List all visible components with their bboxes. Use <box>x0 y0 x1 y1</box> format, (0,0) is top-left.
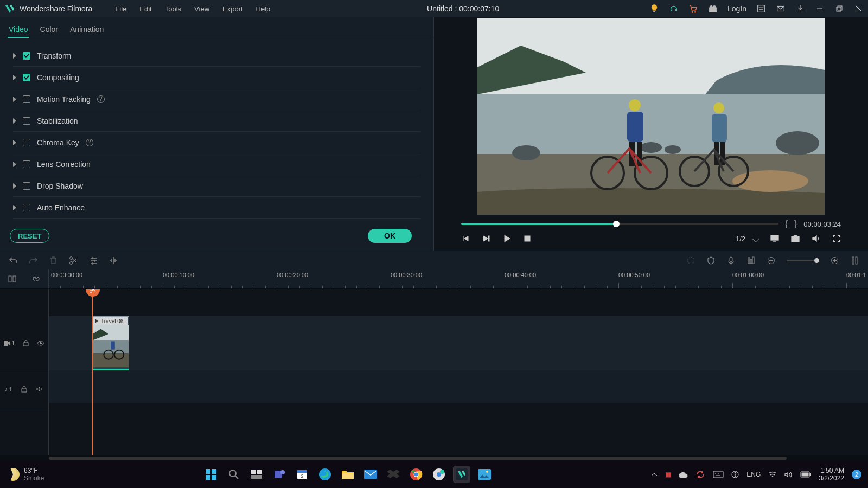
play-stop-toggle-icon[interactable] <box>482 234 490 243</box>
step-back-icon[interactable] <box>461 234 470 243</box>
download-icon[interactable] <box>795 4 805 14</box>
login-button[interactable]: LogIn <box>727 4 746 13</box>
chrome-alt-icon[interactable] <box>431 466 447 483</box>
onedrive-icon[interactable] <box>678 471 688 478</box>
tracks-area[interactable]: Travel 06 <box>49 289 868 455</box>
checkbox-chroma-key[interactable] <box>23 139 30 146</box>
delete-icon[interactable] <box>49 256 58 265</box>
mute-icon[interactable] <box>36 386 43 392</box>
save-icon[interactable] <box>756 4 766 14</box>
weather-widget[interactable]: 63°F Smoke <box>7 467 44 482</box>
prop-compositing[interactable]: Compositing <box>13 67 420 88</box>
split-icon[interactable] <box>69 256 78 265</box>
prop-transform[interactable]: Transform <box>13 45 420 67</box>
checkbox-motion-tracking[interactable] <box>23 95 30 103</box>
video-track-header[interactable]: 1 <box>0 316 48 370</box>
adjust-icon[interactable] <box>89 256 98 265</box>
help-icon[interactable]: ? <box>86 139 93 146</box>
checkbox-compositing[interactable] <box>23 74 30 81</box>
snapshot-icon[interactable] <box>791 234 800 243</box>
play-icon[interactable] <box>502 234 511 243</box>
photos-icon[interactable] <box>476 466 493 483</box>
undo-icon[interactable] <box>9 256 18 265</box>
keyboard-icon[interactable] <box>713 471 724 478</box>
language-indicator[interactable]: ENG <box>746 471 761 478</box>
timeline-scrollbar[interactable] <box>0 455 868 461</box>
mail-app-icon[interactable] <box>362 466 379 483</box>
notification-badge[interactable]: 2 <box>852 470 861 479</box>
dropbox-icon[interactable] <box>385 466 401 483</box>
chevron-down-icon[interactable] <box>752 235 760 242</box>
maximize-button[interactable] <box>834 4 844 14</box>
tips-icon[interactable] <box>649 4 659 14</box>
menu-help[interactable]: Help <box>250 5 277 13</box>
timeline-options-icon[interactable] <box>8 274 17 284</box>
reset-button[interactable]: RESET <box>10 229 49 243</box>
battery-icon[interactable] <box>800 471 811 478</box>
start-button[interactable] <box>203 466 219 483</box>
menu-tools[interactable]: Tools <box>158 5 188 13</box>
audio-track-header[interactable]: ♪1 <box>0 370 48 408</box>
prop-auto-enhance[interactable]: Auto Enhance <box>13 197 420 219</box>
checkbox-lens-correction[interactable] <box>23 160 30 168</box>
prop-stabilization[interactable]: Stabilization <box>13 110 420 132</box>
cart-icon[interactable] <box>688 4 698 14</box>
help-icon[interactable]: ? <box>97 95 105 103</box>
zoom-slider[interactable] <box>787 260 819 261</box>
teams-icon[interactable] <box>271 466 288 483</box>
prop-drop-shadow[interactable]: Drop Shadow <box>13 175 420 197</box>
tray-app-icon[interactable]: ▮▮ <box>665 471 671 478</box>
zoom-fit-icon[interactable] <box>850 256 859 265</box>
cut-marker-icon[interactable] <box>86 289 100 297</box>
volume-tray-icon[interactable] <box>784 471 793 478</box>
stop-icon[interactable] <box>523 234 532 243</box>
time-ruler[interactable]: 00:00:00:00 00:00:10:00 00:00:20:00 00:0… <box>49 269 868 288</box>
file-explorer-icon[interactable] <box>340 466 356 483</box>
tab-color[interactable]: Color <box>39 22 59 38</box>
zoom-ratio[interactable]: 1/2 <box>736 235 745 243</box>
menu-view[interactable]: View <box>188 5 216 13</box>
menu-edit[interactable]: Edit <box>133 5 158 13</box>
prop-lens-correction[interactable]: Lens Correction <box>13 153 420 175</box>
redo-icon[interactable] <box>29 256 38 265</box>
accessibility-icon[interactable] <box>731 471 739 478</box>
chevron-up-icon[interactable] <box>651 472 658 477</box>
preview-viewport[interactable] <box>477 18 825 215</box>
tab-video[interactable]: Video <box>8 22 29 38</box>
prop-motion-tracking[interactable]: Motion Tracking? <box>13 88 420 110</box>
voiceover-icon[interactable] <box>726 256 736 265</box>
sync-icon[interactable] <box>695 470 705 479</box>
search-icon[interactable] <box>226 466 242 483</box>
lock-icon[interactable] <box>23 340 29 346</box>
calendar-icon[interactable]: 2 <box>294 466 310 483</box>
video-clip[interactable]: Travel 06 <box>92 316 129 370</box>
render-icon[interactable] <box>686 256 695 265</box>
mark-in-icon[interactable]: { <box>785 219 788 229</box>
prop-chroma-key[interactable]: Chroma Key? <box>13 132 420 153</box>
checkbox-auto-enhance[interactable] <box>23 204 30 211</box>
volume-icon[interactable] <box>812 234 820 243</box>
support-icon[interactable] <box>669 4 679 14</box>
marker-icon[interactable] <box>706 256 716 265</box>
task-view-icon[interactable] <box>248 466 265 483</box>
menu-export[interactable]: Export <box>216 5 250 13</box>
tab-animation[interactable]: Animation <box>69 22 105 38</box>
lock-icon[interactable] <box>21 386 27 393</box>
checkbox-drop-shadow[interactable] <box>23 182 30 190</box>
close-button[interactable] <box>854 4 864 14</box>
ok-button[interactable]: OK <box>368 229 412 243</box>
display-icon[interactable] <box>770 234 779 243</box>
playhead[interactable] <box>92 289 93 455</box>
wifi-icon[interactable] <box>768 471 777 478</box>
zoom-out-icon[interactable] <box>767 256 776 265</box>
chrome-icon[interactable] <box>408 466 424 483</box>
checkbox-transform[interactable] <box>23 52 30 60</box>
clock[interactable]: 1:50 AM 3/2/2022 <box>819 467 844 483</box>
eye-icon[interactable] <box>37 341 44 346</box>
link-icon[interactable] <box>31 274 41 284</box>
menu-file[interactable]: File <box>108 5 133 13</box>
zoom-in-icon[interactable] <box>830 256 839 265</box>
mark-out-icon[interactable]: } <box>794 219 797 229</box>
minimize-button[interactable] <box>815 4 825 14</box>
fullscreen-icon[interactable] <box>832 234 841 243</box>
